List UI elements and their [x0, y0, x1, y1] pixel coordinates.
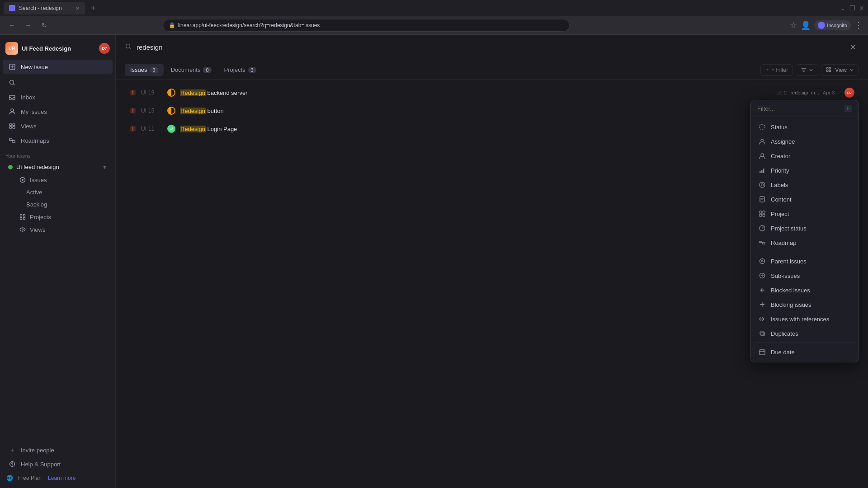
sort-chevron-icon: [809, 68, 813, 72]
svg-point-9: [22, 179, 24, 181]
filter-item-labels[interactable]: Labels: [754, 178, 856, 192]
svg-point-16: [12, 465, 12, 465]
workspace-name: UI Feed Redesign: [22, 45, 95, 52]
filter-references-label: Issues with references: [771, 316, 829, 323]
filter-assignee-label: Assignee: [771, 138, 795, 145]
issue-title-highlight: Redesign: [180, 108, 206, 114]
filter-item-project-status[interactable]: Project status: [754, 221, 856, 235]
filter-labels-label: Labels: [771, 182, 788, 188]
sidebar-item-roadmaps[interactable]: Roadmaps: [3, 134, 113, 147]
filter-item-assignee[interactable]: Assignee: [754, 134, 856, 149]
restore-button[interactable]: ❐: [849, 5, 855, 12]
workspace-header[interactable]: UR UI Feed Redesign D7: [0, 38, 115, 58]
sidebar-sub-projects[interactable]: Projects: [3, 211, 113, 223]
sidebar-team-header[interactable]: Ui feed redesign ▼: [3, 161, 113, 173]
help-support-button[interactable]: Help & Support: [3, 457, 113, 471]
inbox-label: Inbox: [21, 94, 35, 101]
team-name: Ui feed redesign: [16, 164, 59, 170]
filter-item-references[interactable]: Issues with references: [754, 312, 856, 326]
view-button[interactable]: View: [821, 64, 859, 76]
sidebar-search-button[interactable]: [3, 76, 113, 89]
search-input[interactable]: [137, 43, 842, 51]
team-dot: [8, 165, 13, 169]
tab-issues[interactable]: Issues 3: [125, 64, 164, 76]
svg-rect-10: [20, 215, 22, 216]
priority-urgent-icon: [129, 89, 137, 96]
minimize-button[interactable]: ⌄: [840, 5, 846, 12]
teams-section-label: Your teams: [0, 148, 115, 160]
svg-rect-6: [9, 127, 12, 128]
svg-point-25: [760, 124, 765, 130]
bookmark-button[interactable]: ☆: [790, 20, 797, 30]
sidebar-item-inbox[interactable]: Inbox: [3, 90, 113, 104]
filter-status-label: Status: [771, 124, 788, 131]
sidebar-bottom: + Invite people Help & Support 🌐 Free Pl…: [0, 439, 115, 485]
filter-blocked-issues-label: Blocked issues: [771, 287, 810, 294]
blocked-issues-icon: [758, 286, 766, 294]
search-icon: [8, 79, 16, 87]
search-main-icon: [125, 43, 132, 52]
sidebar-sub-backlog[interactable]: Backlog: [3, 199, 113, 210]
reload-button[interactable]: ↻: [38, 19, 51, 32]
menu-button[interactable]: ⋮: [854, 20, 863, 30]
priority-urgent-icon: [129, 125, 137, 132]
learn-more-link[interactable]: Learn more: [48, 475, 75, 481]
tab-documents[interactable]: Documents 0: [165, 64, 217, 76]
active-tab[interactable]: Search - redesign ✕: [4, 2, 85, 14]
table-row[interactable]: UI-19 Redesign backend server ⎇ 2 redesi…: [125, 84, 859, 102]
new-issue-button[interactable]: New issue: [3, 60, 113, 74]
issue-branch: ⎇ 2: [777, 90, 787, 95]
sort-button[interactable]: [796, 64, 818, 76]
filter-blocking-issues-label: Blocking issues: [771, 301, 811, 308]
sidebar-sub-views[interactable]: Views: [3, 224, 113, 235]
invite-people-button[interactable]: + Invite people: [3, 443, 113, 457]
filter-item-creator[interactable]: Creator: [754, 149, 856, 163]
filter-item-due-date[interactable]: Due date: [754, 345, 856, 359]
svg-rect-13: [24, 218, 25, 220]
profile-button[interactable]: 👤: [801, 20, 811, 30]
filter-item-blocked-issues[interactable]: Blocked issues: [754, 283, 856, 297]
back-button[interactable]: ←: [5, 19, 18, 32]
sidebar-item-views[interactable]: Views: [3, 119, 113, 133]
filter-item-priority[interactable]: Priority: [754, 163, 856, 178]
new-tab-button[interactable]: +: [87, 2, 99, 14]
filter-item-blocking-issues[interactable]: Blocking issues: [754, 297, 856, 312]
svg-rect-36: [760, 214, 762, 216]
tab-documents-count: 0: [203, 67, 211, 73]
filter-item-duplicates[interactable]: Duplicates: [754, 326, 856, 341]
search-close-button[interactable]: ✕: [846, 41, 859, 54]
tab-projects[interactable]: Projects 3: [219, 64, 262, 76]
invite-label: Invite people: [21, 447, 54, 454]
sidebar-item-my-issues[interactable]: My issues: [3, 105, 113, 118]
svg-rect-18: [827, 67, 829, 69]
svg-rect-12: [20, 218, 22, 220]
assignee-icon: [758, 137, 766, 145]
table-row[interactable]: UI-15 Redesign button 🗓 Apr 8 Apr 1 CC: [125, 102, 859, 120]
sidebar-sub-issues[interactable]: Issues: [3, 174, 113, 186]
close-window-button[interactable]: ✕: [859, 5, 864, 12]
filter-item-project[interactable]: Project: [754, 206, 856, 221]
filter-item-status[interactable]: Status: [754, 120, 856, 134]
address-text: linear.app/ui-feed-redesign/search?q=red…: [178, 22, 320, 28]
branch-count: 2: [784, 90, 787, 95]
table-row[interactable]: UI-11 Redesign Login Page Feature Mar 31: [125, 120, 859, 138]
view-chevron-icon: [849, 68, 854, 72]
issue-title-after: backend server: [208, 89, 248, 96]
sidebar-sub-active[interactable]: Active: [3, 187, 113, 198]
filter-search-input[interactable]: [757, 105, 841, 112]
filter-due-date-label: Due date: [771, 349, 795, 356]
filter-sub-issues-label: Sub-issues: [771, 272, 800, 279]
views-icon: [8, 122, 16, 130]
svg-point-38: [760, 259, 765, 264]
svg-rect-7: [13, 127, 15, 128]
address-bar[interactable]: 🔒 linear.app/ui-feed-redesign/search?q=r…: [163, 19, 570, 32]
filter-plus-icon: +: [765, 67, 769, 73]
forward-button[interactable]: →: [22, 19, 34, 32]
filter-item-parent-issues[interactable]: Parent issues: [754, 254, 856, 268]
filter-item-roadmap[interactable]: Roadmap: [754, 235, 856, 250]
plan-icon: 🌐: [5, 474, 14, 482]
filter-item-content[interactable]: Content: [754, 192, 856, 206]
tab-close-button[interactable]: ✕: [75, 5, 80, 11]
filter-button[interactable]: + + Filter: [760, 64, 793, 76]
filter-item-sub-issues[interactable]: Sub-issues: [754, 268, 856, 283]
